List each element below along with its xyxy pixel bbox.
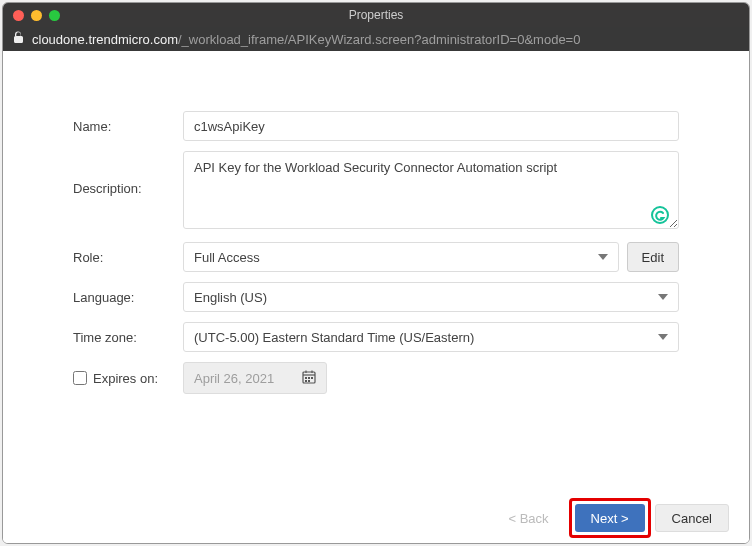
minimize-icon[interactable] [31,10,42,21]
timezone-label: Time zone: [73,330,183,345]
expires-date-text: April 26, 2021 [194,371,274,386]
expires-checkbox[interactable] [73,371,87,385]
description-label: Description: [73,151,183,196]
expires-date-input[interactable]: April 26, 2021 [183,362,327,394]
expires-label: Expires on: [93,371,158,386]
name-label: Name: [73,119,183,134]
window-titlebar: Properties [3,3,749,27]
wizard-footer: < Back Next > Cancel [3,493,749,543]
properties-window: Properties cloudone.trendmicro.com/_work… [2,2,750,544]
language-select[interactable]: English (US) [183,282,679,312]
window-title: Properties [3,8,749,22]
expires-checkbox-wrap[interactable]: Expires on: [73,371,183,386]
name-input[interactable] [183,111,679,141]
role-select[interactable]: Full Access [183,242,619,272]
description-input[interactable]: API Key for the Workload Security Connec… [183,151,679,229]
role-label: Role: [73,250,183,265]
language-label: Language: [73,290,183,305]
svg-rect-5 [305,377,307,379]
back-button: < Back [492,504,564,532]
form-area: Name: Description: API Key for the Workl… [3,51,749,543]
svg-rect-6 [308,377,310,379]
timezone-select[interactable]: (UTC-5.00) Eastern Standard Time (US/Eas… [183,322,679,352]
svg-rect-8 [305,380,307,382]
url-bar: cloudone.trendmicro.com/_workload_iframe… [3,27,749,51]
lock-icon [13,31,24,47]
next-button[interactable]: Next > [575,504,645,532]
maximize-icon[interactable] [49,10,60,21]
url-path: /_workload_iframe/APIKeyWizard.screen?ad… [178,32,580,47]
cancel-button[interactable]: Cancel [655,504,729,532]
traffic-lights [13,10,60,21]
url-host: cloudone.trendmicro.com [32,32,178,47]
close-icon[interactable] [13,10,24,21]
calendar-icon [302,370,316,387]
svg-rect-9 [308,380,310,382]
edit-role-button[interactable]: Edit [627,242,679,272]
svg-rect-7 [311,377,313,379]
url-text: cloudone.trendmicro.com/_workload_iframe… [32,32,580,47]
